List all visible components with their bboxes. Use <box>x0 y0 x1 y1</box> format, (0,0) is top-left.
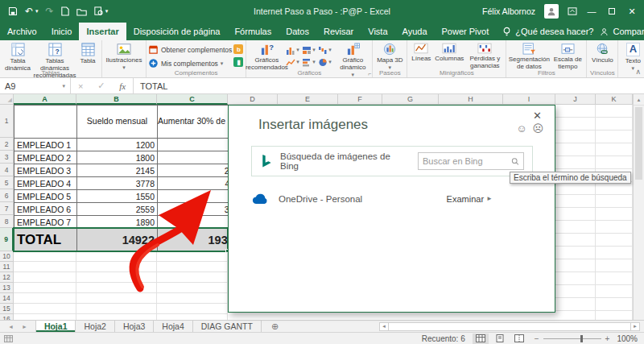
row-header-12[interactable]: 12 <box>0 272 14 283</box>
name-box-dropdown-icon[interactable]: ▾ <box>62 83 65 89</box>
ribbon-tab-vista[interactable]: Vista <box>361 23 394 40</box>
illustrations-button[interactable]: Ilustraciones ▾ <box>104 42 144 71</box>
column-header-h[interactable]: H <box>439 94 503 105</box>
timeline-button[interactable]: Escala de tiempo <box>551 42 584 70</box>
zoom-out-icon[interactable]: − <box>535 334 539 343</box>
hierarchy-chart-button[interactable]: ▾ <box>302 44 318 56</box>
line-chart-button[interactable]: ▾ <box>286 56 302 68</box>
onedrive-row[interactable]: OneDrive - Personal Examinar ► <box>251 193 493 205</box>
column-header-a[interactable]: A <box>14 94 76 105</box>
sheet-nav-left-icon[interactable]: ◄ <box>8 324 14 329</box>
sparkline-lines-button[interactable]: Líneas <box>409 42 433 62</box>
cell[interactable]: 2559 <box>77 203 158 216</box>
sparkline-columns-button[interactable]: Columnas <box>434 42 464 62</box>
ribbon-tab-disposición-de-página[interactable]: Disposición de página <box>126 23 228 40</box>
scroll-up-icon[interactable]: ▲ <box>634 94 644 106</box>
cell[interactable]: Sueldo mensual <box>77 106 158 139</box>
restore-button[interactable] <box>606 6 617 16</box>
my-addins-button[interactable]: Mis complementos ▾ <box>148 58 232 68</box>
sheet-tab-hoja1[interactable]: Hoja1 <box>35 321 76 332</box>
undo-dropdown-icon[interactable]: ▾ <box>35 8 39 15</box>
cell[interactable]: 3778 <box>77 177 158 190</box>
column-header-j[interactable]: J <box>555 94 596 105</box>
row-header-14[interactable]: 14 <box>0 293 14 304</box>
collapse-ribbon-icon[interactable]: ∧ <box>635 68 641 76</box>
row-header-11[interactable]: 11 <box>0 262 14 272</box>
people-graph-addin-icon[interactable]: ▮ <box>233 57 243 67</box>
ribbon-display-options-icon[interactable] <box>568 7 577 15</box>
qat-customize-icon[interactable]: ▾ <box>105 8 109 15</box>
close-button[interactable]: ✕ <box>626 6 638 17</box>
zoom-level[interactable]: 100% <box>617 334 638 343</box>
cell[interactable]: EMPLEADO 5 <box>14 190 77 203</box>
row-header-6[interactable]: 6 <box>0 189 14 202</box>
ribbon-tab-revisar[interactable]: Revisar <box>316 23 361 40</box>
smiley-happy-icon[interactable]: ☺ <box>516 122 526 135</box>
column-header-b[interactable]: B <box>76 94 157 105</box>
new-document-icon[interactable] <box>61 6 69 16</box>
avatar[interactable] <box>544 4 559 19</box>
row-header-13[interactable]: 13 <box>0 283 14 293</box>
ribbon-tab-ayuda[interactable]: Ayuda <box>395 23 435 40</box>
table-button[interactable]: Tabla <box>76 42 100 64</box>
column-header-g[interactable]: G <box>382 94 439 105</box>
pie-chart-button[interactable]: ▾ <box>318 56 334 68</box>
cell[interactable] <box>14 106 77 139</box>
cell[interactable]: TOTAL <box>14 229 77 252</box>
row-header-9[interactable]: 9 <box>0 228 14 251</box>
normal-view-icon[interactable] <box>473 334 489 344</box>
cell[interactable]: 1200 <box>77 139 158 151</box>
zoom-in-icon[interactable]: + <box>605 334 610 343</box>
ribbon-tab-insertar[interactable]: Insertar <box>79 23 126 40</box>
row-header-4[interactable]: 4 <box>0 164 14 176</box>
sheet-tab-hoja4[interactable]: Hoja4 <box>154 321 192 332</box>
column-header-d[interactable]: D <box>228 94 278 105</box>
column-header-k[interactable]: K <box>596 94 633 105</box>
slicer-button[interactable]: Segmentación de datos <box>508 42 550 70</box>
ribbon-tab-archivo[interactable]: Archivo <box>0 23 44 40</box>
cell[interactable]: 14922 <box>77 229 158 252</box>
bar-chart-button[interactable]: ▾ <box>302 56 318 68</box>
minimize-button[interactable]: — <box>586 6 597 16</box>
tell-me-box[interactable]: ¿Qué desea hacer? <box>496 23 600 40</box>
sheet-tab-hoja2[interactable]: Hoja2 <box>76 321 114 332</box>
cell[interactable]: 1890 <box>77 216 158 229</box>
row-header-3[interactable]: 3 <box>0 151 14 164</box>
column-header-f[interactable]: F <box>338 94 382 105</box>
cell[interactable]: EMPLEADO 6 <box>14 203 77 216</box>
cancel-entry-icon[interactable]: × <box>78 81 83 91</box>
cell[interactable]: 1550 <box>77 190 158 203</box>
sheet-tab-diag-gantt[interactable]: DIAG GANTT <box>193 321 262 332</box>
grid-area[interactable] <box>14 251 228 320</box>
row-header-1[interactable]: 1 <box>0 105 14 138</box>
horizontal-scrollbar[interactable]: ◄ ► <box>379 321 644 332</box>
page-break-view-icon[interactable] <box>511 334 527 344</box>
row-header-8[interactable]: 8 <box>0 215 14 228</box>
print-preview-icon[interactable] <box>94 6 103 16</box>
dialog-close-icon[interactable]: ✕ <box>533 110 542 122</box>
grid-area-right[interactable] <box>555 105 633 320</box>
cell[interactable]: 1800 <box>77 151 158 164</box>
vertical-scroll-thumb[interactable] <box>635 107 642 180</box>
column-header-c[interactable]: C <box>157 94 228 105</box>
cell[interactable]: 2145 <box>77 164 158 177</box>
column-header-i[interactable]: I <box>503 94 555 105</box>
name-box[interactable]: A9 ▾ <box>0 78 71 93</box>
browse-link[interactable]: Examinar ► <box>447 194 493 204</box>
undo-icon[interactable]: ↶ <box>25 6 33 17</box>
column-header-e[interactable]: E <box>278 94 338 105</box>
magnifier-icon[interactable] <box>511 157 519 166</box>
map-3d-button[interactable]: Mapa 3D ▾ <box>374 42 405 71</box>
count-status[interactable]: Recuento: 6 <box>422 334 465 343</box>
page-layout-view-icon[interactable] <box>492 334 508 344</box>
row-header-7[interactable]: 7 <box>0 202 14 215</box>
ribbon-tab-fórmulas[interactable]: Fórmulas <box>227 23 279 40</box>
cell[interactable]: EMPLEADO 1 <box>14 139 77 151</box>
zoom-slider-thumb[interactable] <box>580 335 583 342</box>
macro-record-icon[interactable] <box>4 335 13 342</box>
open-folder-icon[interactable] <box>76 7 87 16</box>
bing-search-input[interactable] <box>423 156 511 166</box>
row-header-2[interactable]: 2 <box>0 138 14 151</box>
link-button[interactable]: Vínculo <box>588 42 616 64</box>
smiley-sad-icon[interactable]: ☹ <box>532 122 543 135</box>
